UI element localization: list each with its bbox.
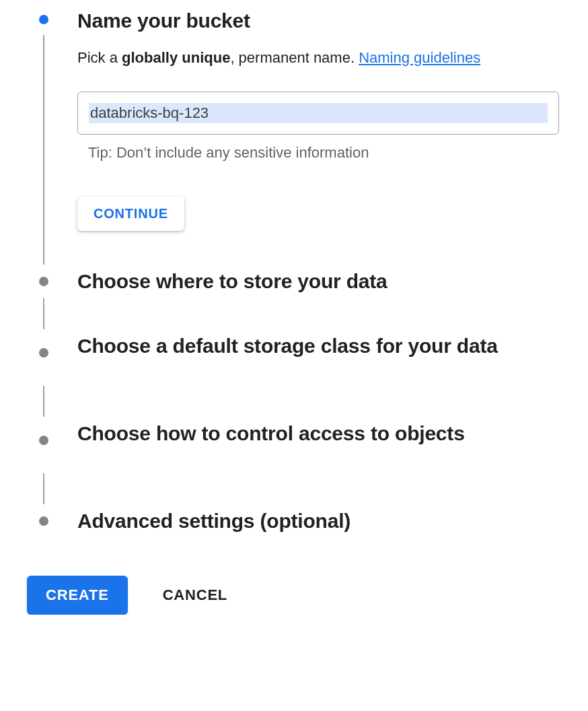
create-button[interactable]: CREATE [27,576,128,615]
step-bullet-icon [39,15,48,24]
step-location: Choose where to store your data [27,265,568,329]
step-connector-line [43,473,44,504]
step-connector-line [43,35,44,265]
continue-button[interactable]: CONTINUE [77,197,184,231]
step-name-description: Pick a globally unique, permanent name. … [77,48,568,68]
cancel-button[interactable]: CANCEL [160,576,230,615]
step-access-control-title[interactable]: Choose how to control access to objects [77,417,568,446]
desc-bold: globally unique [122,49,230,66]
step-connector-line [43,298,44,329]
step-name-bucket: Name your bucket Pick a globally unique,… [27,5,568,265]
bucket-name-input-wrap [77,92,559,135]
bucket-name-tip: Tip: Don’t include any sensitive informa… [88,144,568,162]
step-storage-class: Choose a default storage class for your … [27,329,568,417]
step-access-control: Choose how to control access to objects [27,417,568,504]
step-bullet-icon [39,348,48,358]
step-bullet-icon [39,516,48,526]
step-advanced: Advanced settings (optional) [27,504,568,545]
step-bullet-icon [39,277,48,286]
bucket-create-stepper: Name your bucket Pick a globally unique,… [0,0,588,545]
desc-suffix: , permanent name. [230,49,359,66]
step-location-title[interactable]: Choose where to store your data [77,265,568,294]
step-name-title[interactable]: Name your bucket [77,5,568,34]
step-bullet-icon [39,436,48,445]
bucket-name-input[interactable] [89,103,548,123]
naming-guidelines-link[interactable]: Naming guidelines [359,49,480,66]
step-connector-line [43,386,44,417]
step-storage-class-title[interactable]: Choose a default storage class for your … [77,329,568,359]
footer-actions: CREATE CANCEL [0,545,588,615]
desc-prefix: Pick a [77,49,122,66]
step-advanced-title[interactable]: Advanced settings (optional) [77,504,568,534]
